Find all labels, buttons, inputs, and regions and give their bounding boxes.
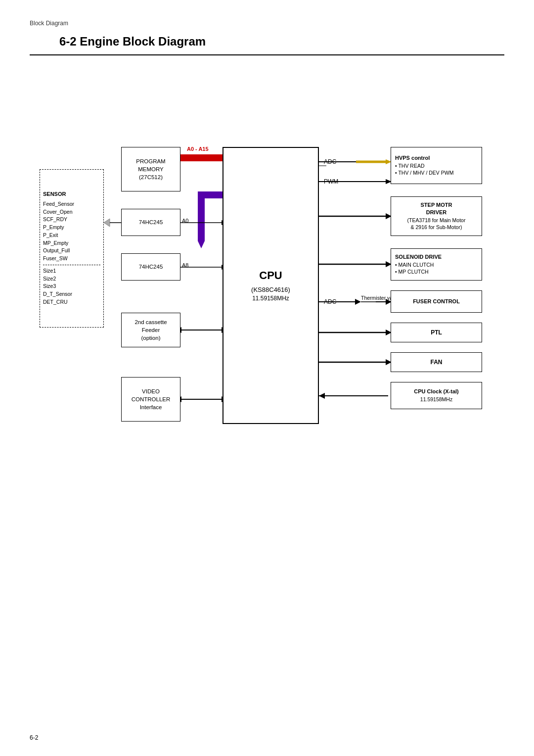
sensor-item: Cover_Open	[43, 208, 100, 216]
prog-mem-line3: (27C512)	[139, 173, 163, 181]
breadcrumb: Block Diagram	[30, 20, 68, 27]
cpu-freq: 11.59158MHz	[252, 294, 289, 303]
step-motr-title2: DRIVER	[395, 209, 478, 216]
step-motr-item1: (TEA3718 for Main Motor	[395, 217, 478, 224]
adc-top-label: ADC	[324, 158, 336, 165]
fan-box: FAN	[391, 352, 482, 372]
sensor-item: Size3	[43, 283, 100, 290]
solenoid-title: SOLENOID DRIVE	[395, 253, 478, 261]
cpu-model: (KS88C4616)	[251, 285, 290, 294]
sensor-item: Feed_Sensor	[43, 200, 100, 208]
hc245-bot-box: 74HC245	[121, 253, 180, 281]
hc245-top-box: 74HC245	[121, 209, 180, 236]
sensor-item: Fuser_SW	[43, 255, 100, 263]
page-number: 6-2	[30, 734, 38, 741]
hc245-top-label: 74HC245	[139, 218, 163, 226]
fuser-adc-arrowhead	[355, 299, 361, 305]
cpu-clock-title: CPU Clock (X-tal)	[414, 388, 458, 395]
prog-mem-line2: MEMORY	[138, 165, 164, 173]
sensor-items: Feed_Sensor Cover_Open SCF_RDY P_Empty P…	[43, 200, 100, 263]
video-line1: VIDEO	[142, 387, 160, 395]
sensor-item: MP_Empty	[43, 239, 100, 247]
sensor-item: Output_Full	[43, 247, 100, 255]
d0-d7-bar-v	[198, 191, 205, 241]
sensor-item: SCF_RDY	[43, 216, 100, 224]
ptl-box: PTL	[391, 323, 482, 342]
fuser-box: FUSER CONTROL	[391, 290, 482, 313]
cpu-clock-arrowhead	[319, 393, 325, 399]
prog-memory-box: PROGRAM MEMORY (27C512)	[121, 147, 180, 191]
page-title: 6-2 Engine Block Diagram	[30, 31, 504, 55]
cpu-clock-box: CPU Clock (X-tal) 11.59158MHz	[391, 382, 482, 409]
sensor-divider	[43, 265, 100, 265]
sensor-item: DET_CRU	[43, 298, 100, 306]
fan-label: FAN	[431, 358, 443, 367]
step-motr-title1: STEP MOTR	[395, 201, 478, 209]
sensor-item: P_Exit	[43, 232, 100, 239]
ptl-label: PTL	[431, 329, 442, 337]
cpu-box: CPU (KS88C4616) 11.59158MHz	[222, 147, 319, 424]
fuser-title: FUSER CONTROL	[413, 298, 460, 305]
cassette-line3: (option)	[141, 334, 161, 342]
a0-a15-label: A0 - A15	[187, 146, 209, 152]
video-line2: CONTROLLER	[132, 395, 171, 403]
cpu-label: CPU	[259, 268, 282, 284]
page-header: Block Diagram	[0, 0, 534, 31]
hvps-title: HVPS control	[395, 154, 478, 162]
diagram-container: SENSOR Feed_Sensor Cover_Open SCF_RDY P_…	[30, 70, 504, 491]
solenoid-item2: • MP CLUTCH	[395, 268, 478, 276]
sensor-title: SENSOR	[43, 190, 66, 198]
pwm-label: PWM	[324, 178, 338, 185]
sensor-item: Size1	[43, 267, 100, 275]
adc-bot-label: ADC	[324, 298, 336, 305]
d0-d7-arrow-down	[198, 241, 205, 248]
step-motr-item2: & 2916 for Sub-Motor)	[395, 224, 478, 231]
cassette-line1: 2nd cassette	[134, 318, 167, 326]
a0-label: A0	[182, 218, 188, 224]
sensor-arrow	[104, 219, 110, 227]
cpu-clock-freq: 11.59158MHz	[420, 396, 452, 403]
sensor-items-bottom: Size1 Size2 Size3 D_T_Sensor DET_CRU	[43, 267, 100, 306]
prog-mem-line1: PROGRAM	[136, 157, 165, 165]
cassette-box: 2nd cassette Feeder (option)	[121, 313, 180, 347]
step-motr-box: STEP MOTR DRIVER (TEA3718 for Main Motor…	[391, 196, 482, 236]
solenoid-box: SOLENOID DRIVE • MAIN CLUTCH • MP CLUTCH	[391, 248, 482, 281]
video-controller-box: VIDEO CONTROLLER Interface	[121, 377, 180, 422]
d0-d7-label: D0 - D7	[203, 192, 222, 198]
a8-label: A8	[182, 262, 188, 268]
solenoid-item1: • MAIN CLUTCH	[395, 261, 478, 269]
cassette-line2: Feeder	[142, 326, 160, 334]
hc245-bot-label: 74HC245	[139, 263, 163, 271]
hvps-box: HVPS control • THV READ • THV / MHV / DE…	[391, 147, 482, 184]
hvps-item2: • THV / MHV / DEV PWM	[395, 169, 478, 177]
sensor-item: Size2	[43, 275, 100, 283]
sensor-item: P_Empty	[43, 224, 100, 232]
video-line3: Interface	[140, 403, 162, 411]
a0-a15-bar	[180, 154, 225, 161]
sensor-box: SENSOR Feed_Sensor Cover_Open SCF_RDY P_…	[40, 169, 104, 328]
hvps-item1: • THV READ	[395, 162, 478, 170]
page-footer: 6-2	[30, 734, 38, 741]
sensor-item: D_T_Sensor	[43, 290, 100, 298]
